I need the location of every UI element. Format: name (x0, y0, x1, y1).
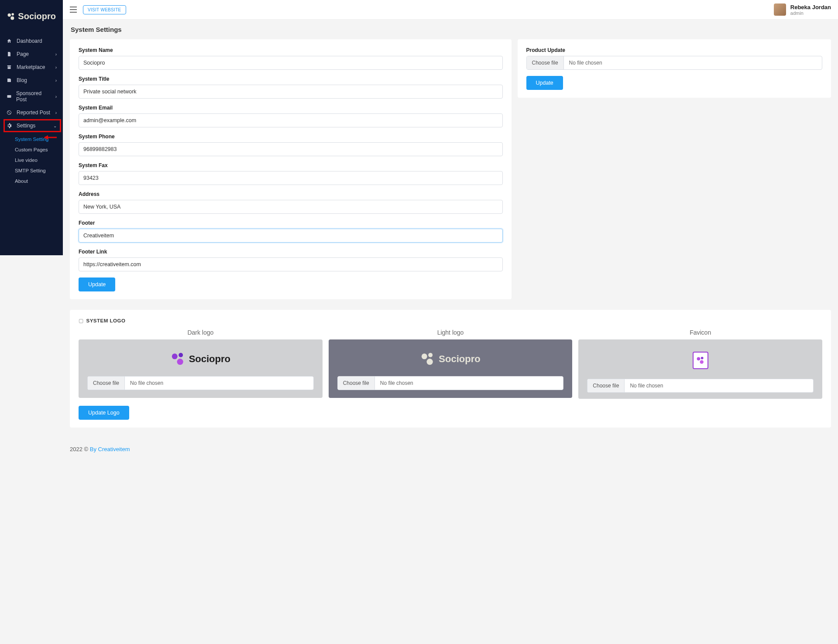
light-logo-title: Light logo (329, 329, 573, 336)
file-icon (6, 51, 12, 57)
product-update-title: Product Update (526, 47, 822, 53)
choose-file-button[interactable]: Choose file (338, 377, 375, 390)
user-block[interactable]: Rebeka Jordan admin (774, 3, 831, 16)
nav-label: Marketplace (17, 64, 45, 70)
sidebar: Sociopro Dashboard Page › Marketplac (0, 0, 63, 255)
favicon-file-input[interactable]: Choose file No file chosen (587, 379, 814, 393)
settings-submenu: System Setting Custom Pages Live video S… (0, 132, 63, 188)
chevron-right-icon: › (55, 65, 57, 70)
system-fax-input[interactable] (79, 171, 503, 185)
choose-file-button[interactable]: Choose file (587, 379, 625, 392)
product-update-button[interactable]: Update (526, 76, 563, 90)
sidebar-item-page[interactable]: Page › (0, 48, 63, 61)
dark-logo-image: Sociopro (171, 352, 230, 367)
light-logo-file-input[interactable]: Choose file No file chosen (337, 376, 564, 390)
product-update-file-input[interactable]: Choose file No file chosen (526, 56, 822, 70)
favicon-preview: Choose file No file chosen (578, 339, 822, 399)
system-email-label: System Email (79, 105, 503, 111)
footer-label: Footer (79, 220, 503, 226)
chevron-down-icon: ⌄ (53, 123, 57, 128)
chevron-right-icon: › (55, 94, 57, 99)
footer-link-label: Footer Link (79, 249, 503, 255)
logo-mark-icon (696, 356, 705, 365)
subnav-live-video[interactable]: Live video (15, 155, 63, 165)
system-name-label: System Name (79, 47, 503, 53)
svg-point-9 (179, 353, 183, 357)
arrow-annotation-icon (44, 135, 57, 140)
nav-label: Blog (17, 77, 27, 83)
light-logo-column: Light logo Sociopro (329, 329, 573, 399)
favicon-image (693, 352, 708, 369)
svg-line-5 (8, 111, 11, 114)
footer-bar: 2022 © By Creativeitem (63, 438, 838, 460)
ad-icon (6, 94, 12, 99)
svg-point-10 (177, 359, 183, 365)
sidebar-item-settings[interactable]: Settings ⌄ (0, 119, 63, 132)
subnav-system-setting[interactable]: System Setting (15, 134, 63, 144)
update-logo-button[interactable]: Update Logo (79, 406, 129, 420)
logo-mark-icon (171, 352, 185, 367)
brand[interactable]: Sociopro (0, 0, 63, 33)
favicon-column: Favicon Choose f (578, 329, 822, 399)
page-title: System Settings (70, 20, 831, 39)
sidebar-item-marketplace[interactable]: Marketplace › (0, 61, 63, 74)
subnav-smtp-setting[interactable]: SMTP Setting (15, 165, 63, 176)
update-button[interactable]: Update (79, 277, 115, 291)
footer-link-input[interactable] (79, 257, 503, 271)
dark-logo-file-input[interactable]: Choose file No file chosen (87, 376, 314, 390)
file-status-text: No file chosen (125, 377, 313, 390)
system-name-input[interactable] (79, 56, 503, 70)
logo-mark-icon (420, 352, 435, 367)
chevron-right-icon: › (55, 78, 57, 83)
sidebar-item-reported-post[interactable]: Reported Post › (0, 106, 63, 119)
svg-point-8 (172, 353, 177, 359)
dark-logo-column: Dark logo Sociopro (79, 329, 323, 399)
subnav-about[interactable]: About (15, 176, 63, 186)
subnav-label: Custom Pages (15, 147, 48, 152)
avatar (774, 3, 786, 16)
svg-point-1 (11, 13, 14, 15)
dark-logo-preview: Sociopro Choose file No file chosen (79, 339, 323, 398)
subnav-custom-pages[interactable]: Custom Pages (15, 144, 63, 155)
sidebar-item-blog[interactable]: Blog › (0, 74, 63, 87)
system-title-input[interactable] (79, 85, 503, 99)
choose-file-button[interactable]: Choose file (88, 377, 125, 390)
address-input[interactable] (79, 200, 503, 214)
svg-point-11 (422, 353, 427, 359)
system-phone-input[interactable] (79, 142, 503, 156)
light-logo-preview: Sociopro Choose file No file chosen (329, 339, 573, 398)
svg-rect-3 (7, 95, 11, 98)
blog-icon (6, 78, 12, 83)
nav: Dashboard Page › Marketplace › (0, 33, 63, 190)
file-status-text: No file chosen (625, 379, 813, 392)
file-status-text: No file chosen (564, 56, 822, 69)
product-update-card: Product Update Choose file No file chose… (518, 39, 831, 98)
svg-point-13 (427, 359, 433, 365)
system-email-input[interactable] (79, 113, 503, 127)
user-role: admin (790, 10, 831, 16)
svg-point-15 (701, 357, 703, 360)
image-icon: ▢ (79, 318, 84, 324)
footer-input[interactable] (79, 229, 503, 243)
choose-file-button[interactable]: Choose file (527, 56, 564, 69)
hamburger-icon[interactable] (70, 7, 77, 13)
brand-icon (7, 12, 15, 21)
visit-website-button[interactable]: VISIT WEBSITE (83, 5, 126, 14)
footer-year: 2022 © (70, 446, 88, 452)
nav-label: Sponsored Post (16, 90, 51, 103)
brand-text: Sociopro (18, 11, 56, 21)
user-name: Rebeka Jordan (790, 4, 831, 10)
sidebar-item-dashboard[interactable]: Dashboard (0, 34, 63, 48)
file-status-text: No file chosen (375, 377, 563, 390)
nav-label: Reported Post (17, 110, 50, 116)
nav-label: Settings (17, 123, 35, 129)
store-icon (6, 65, 12, 70)
svg-point-14 (697, 357, 700, 361)
svg-point-16 (700, 360, 703, 363)
chevron-right-icon: › (55, 110, 57, 115)
footer-link[interactable]: By Creativeitem (90, 446, 130, 452)
sidebar-item-sponsored-post[interactable]: Sponsored Post › (0, 87, 63, 106)
light-logo-text: Sociopro (439, 353, 480, 365)
system-logo-card: ▢ SYSTEM LOGO Dark logo (70, 310, 831, 428)
chevron-right-icon: › (55, 52, 57, 57)
